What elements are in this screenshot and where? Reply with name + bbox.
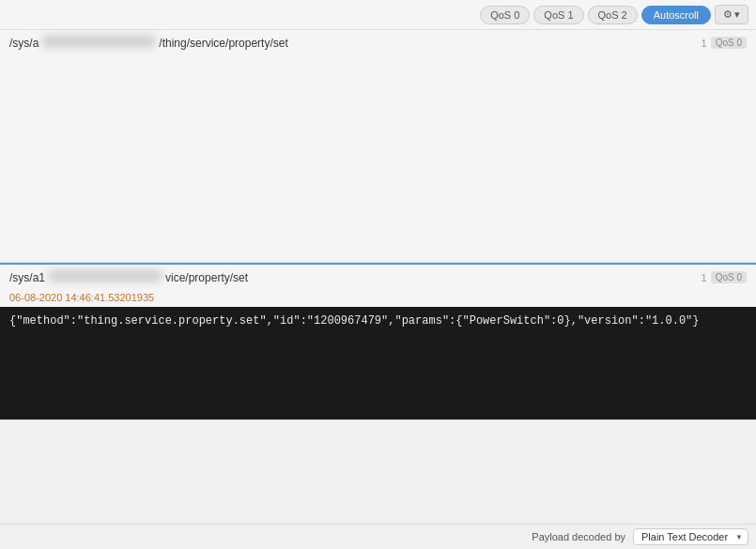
message-num-1: 1 — [702, 38, 707, 49]
autoscroll-button[interactable]: Autoscroll — [641, 6, 711, 24]
qos-badge-2: QoS 0 — [711, 271, 747, 283]
qos1-button[interactable]: QoS 1 — [533, 6, 583, 24]
bottom-bar: Payload decoded by Plain Text DecoderBas… — [0, 524, 756, 549]
chevron-down-icon: ▾ — [734, 8, 740, 21]
message-timestamp-2: 06-08-2020 14:46:41.53201935 — [0, 290, 756, 307]
message-topic-1: /sys/a/thing/service/property/set — [9, 36, 694, 50]
decoder-select[interactable]: Plain Text DecoderBase64 DecoderHex Deco… — [633, 528, 748, 545]
topic-suffix-1: /thing/service/property/set — [159, 37, 287, 50]
main-area: /sys/a/thing/service/property/set 1 QoS … — [0, 30, 756, 524]
message-header-1: /sys/a/thing/service/property/set 1 QoS … — [0, 30, 756, 55]
decoded-by-label: Payload decoded by — [532, 531, 625, 542]
qos0-button[interactable]: QoS 0 — [480, 6, 530, 24]
decoder-dropdown-wrapper[interactable]: Plain Text DecoderBase64 DecoderHex Deco… — [633, 528, 748, 545]
message-body-empty-1 — [0, 55, 756, 262]
topic-blurred-2 — [49, 270, 162, 282]
topic-blurred-1 — [42, 36, 155, 47]
qos2-button[interactable]: QoS 2 — [588, 6, 638, 24]
gear-icon: ⚙ — [723, 8, 733, 21]
message-row-1: /sys/a/thing/service/property/set 1 QoS … — [0, 30, 756, 263]
toolbar: QoS 0 QoS 1 QoS 2 Autoscroll ⚙ ▾ — [0, 0, 756, 30]
topic-prefix-2: /sys/a1 — [9, 271, 45, 284]
topic-suffix-2: vice/property/set — [165, 271, 248, 284]
payload-content-2: {"method":"thing.service.property.set","… — [0, 307, 756, 419]
settings-button[interactable]: ⚙ ▾ — [715, 5, 748, 24]
qos-badge-1: QoS 0 — [711, 37, 747, 49]
message-header-2: /sys/a1vice/property/set 1 QoS 0 — [0, 265, 756, 290]
message-num-2: 1 — [702, 272, 707, 283]
topic-prefix-1: /sys/a — [9, 37, 39, 50]
message-row-2: /sys/a1vice/property/set 1 QoS 0 06-08-2… — [0, 263, 756, 420]
message-topic-2: /sys/a1vice/property/set — [9, 270, 694, 284]
